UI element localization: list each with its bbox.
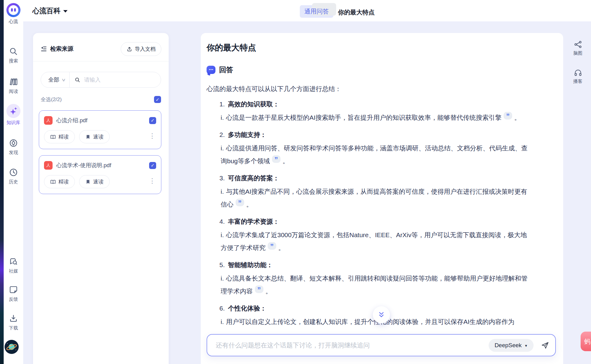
point-text: 与其他AI搜索产品不同，心流会展示搜索来源，从而提高答案的可信度，使得用户在进行…	[221, 188, 527, 208]
model-name: DeepSeek	[494, 342, 522, 349]
bookmark-icon	[85, 179, 91, 185]
xinliu-logo-icon	[6, 3, 20, 17]
period: 。	[283, 157, 289, 164]
workspace-switcher[interactable]: 心流百科	[32, 6, 68, 16]
tool-podcast[interactable]: 播客	[568, 68, 587, 84]
sub-prefix: i.	[221, 275, 224, 282]
search-icon	[9, 46, 18, 56]
source-search-input[interactable]	[83, 76, 156, 83]
caret-down-icon: ▼	[524, 344, 528, 347]
point-body: i.心流学术集成了近3000万篇论文资源，包括Nature、IEEE、ArXiv…	[221, 229, 530, 254]
mindmap-label: 脑图	[573, 50, 582, 56]
answer-point: 5.智能辅助功能： i.心流具备长文本总结、翻译、短文本解释、引用跳转和阅读疑问…	[207, 258, 552, 298]
point-heading: 可信度高的答案：	[228, 171, 279, 185]
point-heading: 高效的知识获取：	[228, 97, 279, 111]
answer-point: 1.高效的知识获取： i.心流是一款基于星辰大模型的AI搜索助手，旨在提升用户的…	[207, 97, 552, 124]
sidebar-item-discover[interactable]: 发现	[4, 138, 23, 156]
sidebar-item-search[interactable]: 搜索	[4, 46, 23, 64]
topic-title: 你的最大特点	[338, 7, 375, 17]
tab-general-qa[interactable]: 通用问答	[300, 5, 333, 18]
filter-all-label: 全部	[48, 76, 59, 83]
filter-all-dropdown[interactable]: 全部 ∨	[41, 76, 69, 83]
answer-bubble-icon: ⋯	[207, 66, 215, 74]
app-logo[interactable]: 心流	[4, 3, 23, 24]
deep-read-label: 精读	[58, 133, 69, 140]
select-all-checkbox[interactable]: ✓	[154, 96, 161, 103]
floating-side-tab[interactable]: 蚂	[581, 332, 591, 351]
point-body: i.心流提供通用问答、研发问答和学术问答等多种功能，涵盖市场调研、活动总结、文档…	[221, 142, 530, 167]
file-name: 心流介绍.pdf	[56, 117, 145, 124]
file-checkbox[interactable]: ✓	[149, 117, 156, 124]
file-checkbox[interactable]: ✓	[149, 162, 156, 169]
answer-point: 3.可信度高的答案： i.与其他AI搜索产品不同，心流会展示搜索来源，从而提高答…	[207, 171, 552, 211]
sidebar-item-history[interactable]: 历史	[4, 167, 23, 185]
answer-intro: 心流的最大特点可以从以下几个方面进行总结：	[207, 84, 552, 94]
search-icon	[75, 77, 80, 83]
source-file-card[interactable]: 人 心流学术-使用说明.pdf ✓ 精读 速读 ⋮	[39, 155, 161, 194]
fast-read-button[interactable]: 速读	[79, 175, 110, 188]
page-title: 你的最大特点	[207, 42, 552, 53]
fast-read-label: 速读	[93, 178, 104, 185]
divider	[33, 61, 169, 61]
sidebar-item-label: 历史	[9, 179, 18, 185]
sidebar-item-label: 发现	[9, 150, 18, 156]
compass-icon	[9, 138, 18, 148]
period: 。	[246, 201, 253, 208]
point-number: 4.	[219, 215, 228, 229]
headphones-icon	[574, 68, 582, 77]
user-avatar[interactable]	[5, 340, 19, 354]
mindmap-icon	[574, 40, 582, 49]
workspace-title: 心流百科	[32, 6, 61, 16]
file-more-menu[interactable]: ⋮	[146, 131, 158, 141]
scroll-to-bottom-button[interactable]	[373, 306, 390, 323]
social-chat-icon	[9, 257, 18, 267]
sub-prefix: i.	[221, 188, 224, 195]
follow-up-composer: DeepSeek ▼	[207, 334, 556, 356]
fast-read-button[interactable]: 速读	[79, 130, 110, 143]
point-number: 3.	[219, 171, 228, 185]
model-selector[interactable]: DeepSeek ▼	[489, 339, 534, 352]
deep-read-label: 精读	[58, 178, 69, 185]
sidebar-item-reading[interactable]: 阅读	[4, 77, 23, 94]
bookmark-icon	[85, 134, 91, 140]
sidebar-item-social[interactable]: 社媒	[4, 257, 23, 274]
deep-read-button[interactable]: 精读	[44, 130, 75, 143]
import-document-label: 导入文档	[135, 46, 156, 53]
sidebar-item-label: 知识库	[7, 120, 20, 126]
app-logo-label: 心流	[4, 19, 23, 24]
feedback-note-icon	[9, 285, 18, 295]
point-text: 心流学术集成了近3000万篇论文资源，包括Nature、IEEE、ArXiv等，…	[221, 231, 527, 251]
answer-section-label: 回答	[219, 65, 233, 75]
open-book-icon	[50, 134, 56, 140]
citation-badge[interactable]: ”	[268, 242, 276, 250]
file-more-menu[interactable]: ⋮	[146, 176, 158, 186]
point-heading: 丰富的学术资源：	[228, 215, 279, 229]
double-chevron-down-icon	[377, 311, 385, 319]
period: 。	[266, 288, 272, 295]
point-text: 用户可以自定义上传论文，创建私人知识库，提升个性化的阅读体验，并且可以保存AI生…	[226, 318, 515, 325]
sources-panel: 检索来源 导入文档 全部 ∨ 全选(2/2) ✓ 人 心流介绍.pdf	[33, 33, 169, 364]
deep-read-button[interactable]: 精读	[44, 175, 75, 188]
follow-up-input[interactable]	[215, 341, 489, 349]
caret-down-icon	[63, 10, 68, 13]
citation-badge[interactable]: ”	[236, 199, 244, 206]
source-filter-bar: 全部 ∨	[41, 72, 161, 88]
tool-mindmap[interactable]: 脑图	[568, 40, 587, 56]
source-file-card[interactable]: 人 心流介绍.pdf ✓ 精读 速读 ⋮	[39, 110, 161, 149]
podcast-label: 播客	[573, 79, 582, 84]
point-number: 5.	[219, 258, 228, 272]
sidebar-item-knowledge-base[interactable]: 知识库	[4, 104, 23, 126]
send-button[interactable]	[541, 341, 549, 349]
sidebar-item-label: 阅读	[9, 89, 18, 94]
sidebar-item-feedback[interactable]: 反馈	[4, 285, 23, 302]
side-tab-label: 蚂	[584, 337, 590, 346]
citation-badge[interactable]: ”	[504, 112, 512, 119]
point-number: 1.	[219, 97, 228, 111]
download-icon	[9, 314, 18, 323]
import-document-button[interactable]: 导入文档	[121, 42, 161, 56]
sidebar-item-label: 下载	[9, 325, 18, 331]
citation-badge[interactable]: ”	[272, 155, 281, 163]
clock-icon	[9, 167, 18, 177]
citation-badge[interactable]: ”	[255, 285, 263, 293]
sidebar-item-download[interactable]: 下载	[4, 314, 23, 331]
